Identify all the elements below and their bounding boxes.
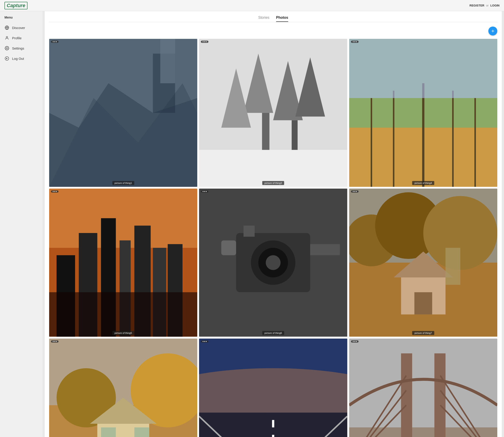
logout-icon	[4, 56, 9, 61]
sidebar-settings-label: Settings	[12, 46, 24, 50]
photo-label: picture of thing4	[412, 181, 434, 185]
sidebar-item-logout[interactable]: Log Out	[0, 53, 42, 64]
tab-photos[interactable]: Photos	[276, 16, 288, 22]
sidebar: Menu Discover Profile	[0, 11, 42, 437]
photo-label: picture of thing7	[412, 331, 434, 335]
photo-item[interactable]: picture of thing7	[349, 189, 497, 337]
svg-rect-11	[160, 39, 175, 83]
sidebar-item-settings[interactable]: Settings	[0, 43, 42, 53]
menu-label: Menu	[0, 16, 42, 22]
photo-menu-button[interactable]	[51, 41, 59, 43]
photo-menu-button[interactable]	[201, 340, 208, 343]
photo-item[interactable]: picture of thing9	[199, 338, 347, 437]
photo-item[interactable]: picture of thing10	[349, 338, 497, 437]
sidebar-item-discover[interactable]: Discover	[0, 22, 42, 33]
photo-menu-button[interactable]	[351, 340, 359, 343]
svg-rect-54	[445, 248, 460, 285]
svg-rect-18	[262, 113, 269, 150]
photo-menu-button[interactable]	[51, 340, 59, 343]
photo-item[interactable]: picture of thing1	[49, 39, 197, 187]
photo-item[interactable]: picture of thing5	[49, 189, 197, 337]
photo-menu-button[interactable]	[201, 190, 208, 193]
add-photo-button[interactable]: +	[488, 27, 497, 36]
svg-rect-45	[244, 226, 255, 237]
header-auth: REGISTER or LOGIN	[470, 4, 500, 7]
photo-label: picture of thing6	[262, 331, 284, 335]
svg-rect-53	[414, 292, 432, 315]
photo-item[interactable]: picture of thing3	[199, 39, 347, 187]
svg-rect-19	[292, 120, 298, 150]
register-link[interactable]: REGISTER	[470, 4, 484, 7]
svg-point-42	[266, 255, 281, 270]
auth-separator: or	[486, 4, 489, 7]
login-link[interactable]: LOGIN	[490, 4, 500, 7]
svg-point-3	[6, 36, 8, 38]
tab-stories[interactable]: Stories	[258, 16, 269, 22]
sidebar-discover-label: Discover	[12, 26, 25, 30]
logo: Capture	[4, 2, 28, 9]
photo-menu-button[interactable]	[351, 190, 359, 193]
svg-rect-63	[134, 427, 149, 437]
svg-rect-27	[349, 39, 497, 98]
add-btn-container: +	[49, 27, 497, 36]
svg-rect-62	[101, 427, 116, 437]
photo-label: picture of thing3	[262, 181, 284, 185]
svg-rect-43	[310, 244, 340, 255]
layout: Menu Discover Profile	[0, 11, 504, 437]
gear-icon	[4, 46, 9, 51]
sidebar-item-profile[interactable]: Profile	[0, 33, 42, 43]
tabs: Stories Photos	[49, 16, 497, 22]
person-icon	[4, 36, 9, 40]
header: Capture REGISTER or LOGIN	[0, 0, 504, 11]
photo-item[interactable]: picture of thing6	[199, 189, 347, 337]
main-content: Stories Photos + picture of thing1	[45, 11, 502, 437]
photo-item[interactable]: picture of thing4	[349, 39, 497, 187]
svg-rect-44	[221, 240, 236, 255]
photo-menu-button[interactable]	[51, 190, 59, 193]
photo-item[interactable]: picture of thing8	[49, 338, 197, 437]
svg-rect-37	[49, 292, 197, 337]
photo-label: picture of thing5	[112, 331, 134, 335]
photo-menu-button[interactable]	[351, 41, 359, 43]
sidebar-profile-label: Profile	[12, 36, 22, 40]
photo-label: picture of thing1	[112, 181, 134, 185]
photo-menu-button[interactable]	[201, 41, 208, 43]
sidebar-logout-label: Log Out	[12, 57, 24, 60]
svg-point-4	[7, 48, 8, 49]
globe-icon	[4, 25, 9, 30]
svg-rect-74	[349, 338, 497, 427]
photo-grid: picture of thing1 picture of thing3	[49, 39, 497, 437]
